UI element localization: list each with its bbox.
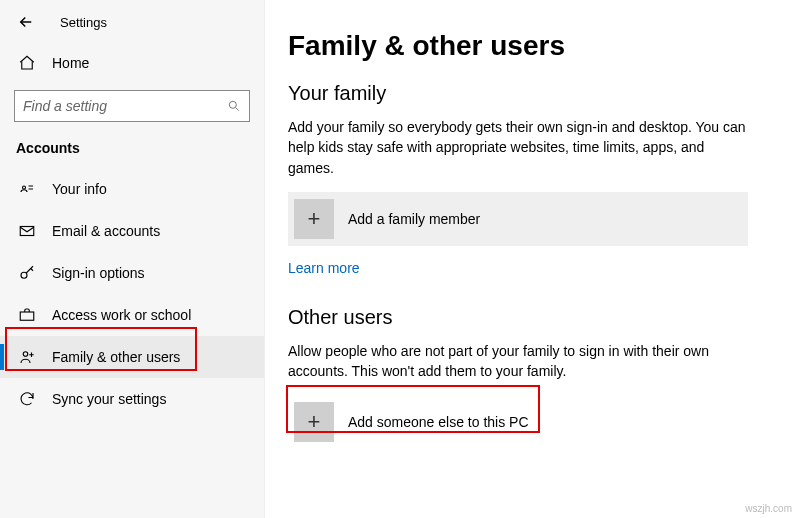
section-title: Accounts: [0, 136, 264, 168]
sidebar: Settings Home Accounts Your info Email &…: [0, 0, 265, 518]
email-icon: [18, 222, 36, 240]
svg-rect-2: [20, 227, 34, 236]
sidebar-item-label: Access work or school: [52, 307, 191, 323]
watermark: wszjh.com: [745, 503, 792, 514]
header: Settings: [0, 0, 264, 40]
svg-point-0: [229, 101, 236, 108]
app-title: Settings: [60, 15, 107, 30]
sidebar-item-work[interactable]: Access work or school: [0, 294, 264, 336]
add-family-label: Add a family member: [348, 211, 480, 227]
sidebar-item-your-info[interactable]: Your info: [0, 168, 264, 210]
svg-point-5: [23, 352, 28, 357]
sidebar-item-label: Sync your settings: [52, 391, 166, 407]
sidebar-item-signin[interactable]: Sign-in options: [0, 252, 264, 294]
sidebar-item-label: Email & accounts: [52, 223, 160, 239]
svg-rect-4: [20, 312, 34, 320]
home-icon: [18, 54, 36, 72]
sidebar-item-label: Family & other users: [52, 349, 180, 365]
sidebar-item-email[interactable]: Email & accounts: [0, 210, 264, 252]
home-nav[interactable]: Home: [0, 44, 264, 82]
sidebar-item-sync[interactable]: Sync your settings: [0, 378, 264, 420]
search-box[interactable]: [14, 90, 250, 122]
key-icon: [18, 264, 36, 282]
family-heading: Your family: [288, 82, 788, 105]
add-family-member-button[interactable]: + Add a family member: [288, 192, 748, 246]
plus-icon: +: [294, 199, 334, 239]
home-label: Home: [52, 55, 89, 71]
other-users-heading: Other users: [288, 306, 788, 329]
search-input[interactable]: [23, 98, 227, 114]
learn-more-link[interactable]: Learn more: [288, 260, 360, 276]
sync-icon: [18, 390, 36, 408]
add-other-label: Add someone else to this PC: [348, 414, 529, 430]
add-other-user-button[interactable]: + Add someone else to this PC: [288, 395, 748, 449]
svg-point-3: [21, 272, 27, 278]
page-title: Family & other users: [288, 30, 788, 62]
family-description: Add your family so everybody gets their …: [288, 117, 748, 178]
sidebar-item-family[interactable]: Family & other users: [0, 336, 264, 378]
content: Family & other users Your family Add you…: [288, 0, 788, 463]
sidebar-item-label: Your info: [52, 181, 107, 197]
search-icon: [227, 99, 241, 113]
sidebar-item-label: Sign-in options: [52, 265, 145, 281]
plus-icon: +: [294, 402, 334, 442]
arrow-left-icon: [17, 13, 35, 31]
svg-point-1: [23, 186, 26, 189]
briefcase-icon: [18, 306, 36, 324]
back-button[interactable]: [16, 12, 36, 32]
other-users-description: Allow people who are not part of your fa…: [288, 341, 748, 382]
id-card-icon: [18, 180, 36, 198]
user-plus-icon: [18, 348, 36, 366]
